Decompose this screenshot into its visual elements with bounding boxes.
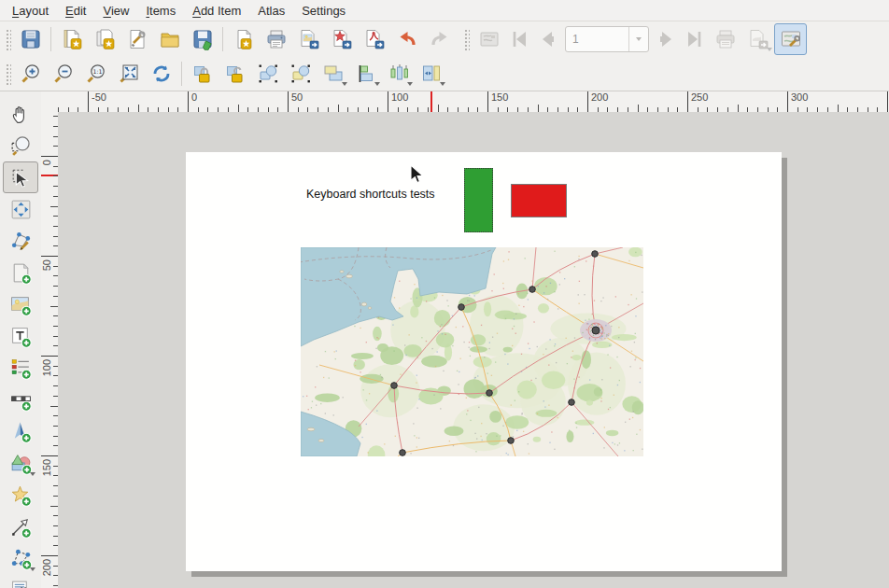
zoom-layout-tool[interactable] bbox=[3, 130, 38, 161]
menu-settings[interactable]: Settings bbox=[293, 2, 354, 20]
layout-properties-button[interactable] bbox=[120, 23, 153, 55]
export-image-button[interactable] bbox=[292, 23, 325, 55]
raise-items-button[interactable] bbox=[317, 58, 349, 90]
add-arrow-tool[interactable] bbox=[3, 511, 38, 542]
invert-selection-icon bbox=[289, 63, 312, 85]
add-node-item-tool[interactable] bbox=[3, 542, 38, 574]
green-rectangle-item[interactable] bbox=[464, 168, 493, 232]
refresh-button[interactable] bbox=[145, 58, 177, 90]
zoom-actual-icon: 1:1 bbox=[85, 63, 107, 85]
select-move-item-tool[interactable] bbox=[3, 161, 38, 193]
redo-icon bbox=[429, 28, 451, 50]
move-item-content-tool[interactable] bbox=[3, 193, 38, 225]
export-image-icon bbox=[298, 28, 320, 50]
menu-items[interactable]: Items bbox=[137, 2, 184, 20]
export-pdf-icon bbox=[363, 28, 386, 50]
map-city-dot bbox=[508, 438, 515, 444]
menu-layout[interactable]: Layout bbox=[4, 2, 57, 20]
toolbar-separator bbox=[50, 27, 51, 51]
first-feature-button bbox=[505, 23, 533, 55]
unlock-items-button[interactable] bbox=[219, 58, 251, 90]
red-rectangle-item[interactable] bbox=[511, 184, 567, 217]
layout-page[interactable]: Keyboard shortcuts tests bbox=[186, 152, 782, 571]
add-label-icon bbox=[9, 325, 33, 348]
add-shape-icon bbox=[9, 452, 33, 475]
zoom-actual-button[interactable]: 1:1 bbox=[79, 58, 112, 90]
menu-atlas[interactable]: Atlas bbox=[249, 2, 293, 20]
align-items-button[interactable] bbox=[349, 58, 382, 90]
duplicate-layout-icon bbox=[93, 28, 116, 50]
export-pdf-button[interactable] bbox=[358, 23, 390, 55]
next-feature-button bbox=[653, 23, 681, 55]
add-shape-tool[interactable] bbox=[3, 447, 38, 479]
new-layout-button[interactable] bbox=[55, 23, 88, 55]
add-page-tool[interactable] bbox=[3, 257, 38, 288]
menu-view[interactable]: View bbox=[94, 2, 137, 20]
add-scalebar-tool[interactable] bbox=[3, 384, 38, 415]
print-layout-button[interactable] bbox=[260, 23, 292, 55]
select-items-button[interactable] bbox=[251, 58, 284, 90]
select-arrow-icon bbox=[9, 166, 33, 189]
zoom-in-icon bbox=[20, 63, 42, 85]
add-north-arrow-icon bbox=[9, 420, 33, 443]
add-html-tool[interactable] bbox=[3, 574, 38, 588]
zoom-full-button[interactable] bbox=[112, 58, 145, 90]
add-legend-tool[interactable] bbox=[3, 352, 38, 384]
duplicate-layout-button[interactable] bbox=[88, 23, 120, 55]
select-items-icon bbox=[257, 63, 279, 85]
add-picture-tool[interactable] bbox=[3, 288, 38, 320]
distribute-items-button[interactable] bbox=[382, 58, 415, 90]
horizontal-ruler[interactable]: -50050100150200250300350 bbox=[58, 91, 889, 113]
map-city-dot bbox=[487, 390, 493, 397]
add-label-tool[interactable] bbox=[3, 320, 38, 352]
save-project-button[interactable] bbox=[186, 23, 219, 55]
label-item[interactable]: Keyboard shortcuts tests bbox=[306, 188, 435, 201]
layout-workspace: -50050100150200250300350 050100150200 Ke… bbox=[41, 91, 889, 588]
resize-items-button[interactable] bbox=[415, 58, 447, 90]
new-report-icon bbox=[233, 28, 255, 50]
add-marker-tool[interactable] bbox=[3, 479, 38, 511]
open-layout-button[interactable] bbox=[153, 23, 186, 55]
toolbar-grip[interactable] bbox=[5, 28, 11, 50]
next-feature-icon bbox=[656, 28, 678, 50]
add-north-arrow-tool[interactable] bbox=[3, 415, 38, 447]
zoom-rect-icon bbox=[9, 134, 33, 158]
zoom-out-button[interactable] bbox=[47, 58, 79, 90]
unlock-icon bbox=[224, 63, 247, 85]
lock-items-button[interactable] bbox=[186, 58, 219, 90]
menu-edit[interactable]: Edit bbox=[57, 2, 94, 20]
combo-dropdown-icon bbox=[628, 27, 648, 51]
atlas-feature-combo: 1 bbox=[565, 26, 649, 52]
atlas-settings-icon bbox=[780, 28, 802, 50]
add-marker-icon bbox=[9, 483, 33, 507]
vertical-ruler[interactable]: 050100150200 bbox=[41, 112, 59, 588]
map-city-dot bbox=[400, 450, 406, 456]
save-layout-button[interactable] bbox=[14, 23, 47, 55]
pan-layout-tool[interactable] bbox=[3, 98, 38, 130]
last-feature-button bbox=[681, 23, 709, 55]
export-svg-button[interactable] bbox=[325, 23, 358, 55]
undo-button[interactable] bbox=[390, 23, 423, 55]
zoom-in-button[interactable] bbox=[14, 58, 47, 90]
new-layout-icon bbox=[61, 28, 83, 50]
raise-items-icon bbox=[322, 63, 345, 85]
save-icon bbox=[20, 28, 42, 50]
toolbar-separator bbox=[222, 27, 223, 51]
map-item[interactable] bbox=[301, 247, 643, 456]
toolbar-actions: 1:1 bbox=[0, 57, 889, 91]
new-report-button[interactable] bbox=[227, 23, 260, 55]
export-atlas-button bbox=[741, 23, 774, 55]
previous-feature-button bbox=[533, 23, 561, 55]
layout-canvas[interactable]: Keyboard shortcuts tests bbox=[58, 112, 889, 588]
first-feature-icon bbox=[508, 28, 530, 50]
atlas-settings-button[interactable] bbox=[774, 23, 807, 55]
invert-selection-button[interactable] bbox=[284, 58, 317, 90]
toolbar-grip[interactable] bbox=[5, 63, 11, 85]
menu-add-item[interactable]: Add Item bbox=[184, 2, 249, 20]
add-page-icon bbox=[9, 261, 33, 285]
edit-nodes-item-tool[interactable] bbox=[3, 225, 38, 257]
mouse-cursor bbox=[409, 164, 424, 185]
map-city-dot bbox=[569, 399, 575, 406]
previous-feature-icon bbox=[536, 28, 558, 50]
toolbar-grip[interactable] bbox=[463, 28, 470, 50]
